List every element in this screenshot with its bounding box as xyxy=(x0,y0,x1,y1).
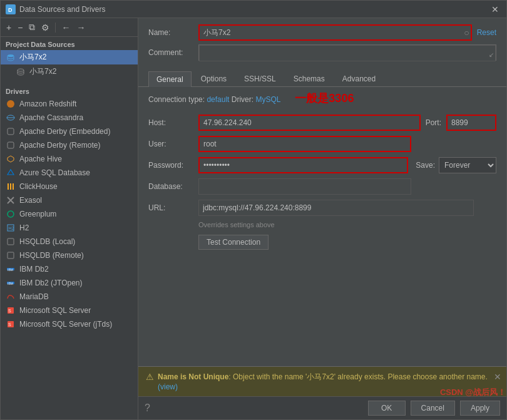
port-label: Port: xyxy=(426,118,441,127)
overrides-text: Overrides settings above xyxy=(198,221,496,228)
sidebar-item-xm7x2-selected[interactable]: 小马7x2 xyxy=(1,50,138,64)
driver-label-mssql-jtds: Microsoft SQL Server (jTds) xyxy=(19,320,112,329)
name-row: Name: ○ Reset xyxy=(148,24,496,41)
cassandra-icon xyxy=(6,113,16,123)
ok-button[interactable]: OK xyxy=(368,401,406,416)
driver-value[interactable]: MySQL xyxy=(255,95,280,104)
sidebar-item-ibm-db2-jtopen[interactable]: IBM IBM Db2 (JTOpen) xyxy=(1,276,138,290)
comment-label: Comment: xyxy=(148,48,198,57)
database-input[interactable] xyxy=(198,178,411,195)
title-bar: D Data Sources and Drivers ✕ xyxy=(1,1,506,18)
sidebar-scroll[interactable]: Project Data Sources 小马7x2 xyxy=(1,37,138,419)
host-input[interactable] xyxy=(198,115,421,131)
driver-label-ibm-db2-jtopen: IBM Db2 (JTOpen) xyxy=(19,279,82,287)
sidebar-item-azure-sql[interactable]: Azure SQL Database xyxy=(1,166,138,180)
comment-input[interactable] xyxy=(199,45,496,61)
sidebar-item-mariadb[interactable]: MariaDB xyxy=(1,290,138,304)
save-label: Save: xyxy=(416,161,435,170)
bottom-bar: ? OK Cancel Apply xyxy=(138,396,506,419)
reset-link[interactable]: Reset xyxy=(477,28,496,37)
csdn-watermark: CSDN @战后风！ xyxy=(440,387,506,398)
sidebar-item-apache-derby-remote[interactable]: Apache Derby (Remote) xyxy=(1,138,138,152)
svg-text:IBM: IBM xyxy=(8,282,13,285)
sidebar-item-greenplum[interactable]: Greenplum xyxy=(1,207,138,221)
duplicate-button[interactable]: ⧉ xyxy=(27,21,37,33)
svg-rect-10 xyxy=(8,183,9,190)
warning-close-button[interactable]: ✕ xyxy=(494,372,501,382)
sidebar-item-mssql-jtds[interactable]: S Microsoft SQL Server (jTds) xyxy=(1,317,138,331)
driver-label-greenplum: Greenplum xyxy=(19,210,56,218)
tab-general[interactable]: General xyxy=(148,71,192,87)
apply-button[interactable]: Apply xyxy=(460,401,500,416)
config-button[interactable]: ⚙ xyxy=(39,22,51,33)
svg-point-15 xyxy=(8,211,14,217)
driver-label-mssql: Microsoft SQL Server xyxy=(19,306,91,315)
svg-point-2 xyxy=(8,54,14,57)
name-clear-icon[interactable]: ○ xyxy=(464,28,469,38)
clickhouse-icon xyxy=(6,182,16,192)
add-button[interactable]: + xyxy=(4,22,13,33)
cancel-button[interactable]: Cancel xyxy=(411,401,455,416)
sidebar-item-hsqldb-local[interactable]: HSQLDB (Local) xyxy=(1,235,138,248)
sidebar-item-label-2: 小马7x2 xyxy=(29,66,56,77)
mariadb-icon xyxy=(6,292,16,302)
name-input-container: ○ xyxy=(198,24,472,41)
svg-rect-12 xyxy=(13,183,14,190)
help-button[interactable]: ? xyxy=(145,402,150,414)
driver-label-h2: H2 xyxy=(19,223,29,232)
svg-marker-9 xyxy=(8,156,14,162)
ibm-db2-icon: IBM xyxy=(6,264,16,274)
warning-icon: ⚠ xyxy=(146,372,154,382)
navigate-forward-button[interactable]: → xyxy=(74,22,87,33)
tab-schemas[interactable]: Schemas xyxy=(285,71,333,86)
tab-advanced[interactable]: Advanced xyxy=(334,71,384,86)
sidebar-item-ibm-db2[interactable]: IBM IBM Db2 xyxy=(1,262,138,276)
connection-type-value[interactable]: default xyxy=(207,95,229,104)
expand-icon[interactable]: ↙ xyxy=(489,51,494,58)
svg-text:D: D xyxy=(8,7,13,13)
sidebar-item-exasol[interactable]: Exasol xyxy=(1,193,138,207)
comment-input-wrapper: ↙ xyxy=(198,44,496,61)
navigate-back-button[interactable]: ← xyxy=(59,22,72,33)
svg-text:H2: H2 xyxy=(9,226,14,230)
test-connection-button[interactable]: Test Connection xyxy=(198,235,269,250)
sidebar-item-apache-hive[interactable]: Apache Hive xyxy=(1,152,138,166)
sidebar-item-xm7x2[interactable]: 小马7x2 xyxy=(1,64,138,79)
svg-rect-11 xyxy=(10,183,11,190)
sidebar-item-hsqldb-remote[interactable]: HSQLDB (Remote) xyxy=(1,248,138,262)
driver-label-ibm-db2: IBM Db2 xyxy=(19,265,49,274)
remove-button[interactable]: − xyxy=(16,22,24,33)
drivers-section-label: Drivers xyxy=(1,84,138,97)
sidebar-item-apache-cassandra[interactable]: Apache Cassandra xyxy=(1,111,138,125)
comment-row: Comment: ↙ xyxy=(148,44,496,61)
name-input[interactable] xyxy=(198,24,472,41)
port-input[interactable] xyxy=(446,115,496,131)
driver-label-derby-emb: Apache Derby (Embedded) xyxy=(19,127,110,136)
url-input[interactable] xyxy=(198,200,474,216)
mssql-icon: S xyxy=(6,305,16,315)
svg-rect-18 xyxy=(8,238,14,245)
driver-label-cassandra: Apache Cassandra xyxy=(19,113,83,122)
user-input[interactable] xyxy=(198,136,411,152)
warning-view-link[interactable]: (view) xyxy=(158,382,178,391)
hive-icon xyxy=(6,154,16,164)
close-button[interactable]: ✕ xyxy=(489,4,501,14)
sidebar-item-apache-derby-embedded[interactable]: Apache Derby (Embedded) xyxy=(1,125,138,138)
sidebar-toolbar: + − ⧉ ⚙ ← → xyxy=(1,18,138,37)
port-annotation: 一般是3306 xyxy=(295,92,354,105)
save-select[interactable]: Forever Until restart Never xyxy=(439,157,496,173)
drivers-section: Drivers Amazon Redshift xyxy=(1,84,138,331)
sidebar-item-h2[interactable]: H2 H2 xyxy=(1,221,138,235)
database-row: Database: xyxy=(148,178,496,195)
sidebar-item-mssql[interactable]: S Microsoft SQL Server xyxy=(1,304,138,317)
sidebar-item-clickhouse[interactable]: ClickHouse xyxy=(1,180,138,193)
sidebar-item-amazon-redshift[interactable]: Amazon Redshift xyxy=(1,97,138,111)
hsqldb-local-icon xyxy=(6,237,16,247)
sidebar-item-label: 小马7x2 xyxy=(19,52,46,63)
driver-label-hsqldb-remote: HSQLDB (Remote) xyxy=(19,251,84,260)
tab-ssh-ssl[interactable]: SSH/SSL xyxy=(236,71,284,86)
tab-options[interactable]: Options xyxy=(193,71,235,86)
hsqldb-remote-icon xyxy=(6,250,16,260)
user-row: User: xyxy=(148,136,496,152)
password-input[interactable] xyxy=(198,157,408,173)
